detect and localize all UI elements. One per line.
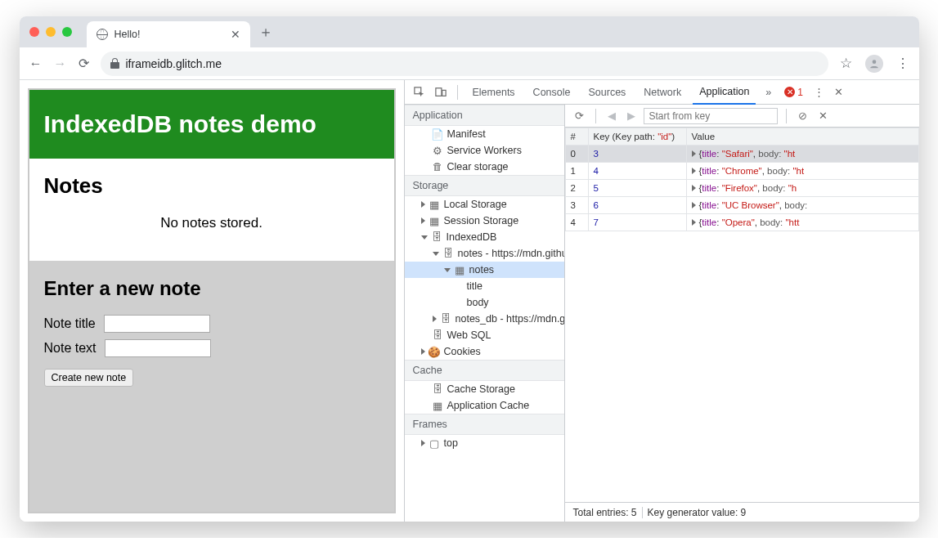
create-note-button[interactable]: Create new note bbox=[44, 369, 134, 387]
database-icon: 🗄 bbox=[433, 330, 443, 341]
tab-sources[interactable]: Sources bbox=[581, 80, 632, 105]
sidebar-item-application-cache[interactable]: ▦ Application Cache bbox=[405, 397, 564, 414]
sidebar-item-idb-index-title[interactable]: title bbox=[405, 278, 564, 294]
sidebar-item-local-storage[interactable]: ▦ Local Storage bbox=[405, 196, 564, 213]
address-bar[interactable]: iframeidb.glitch.me bbox=[101, 52, 828, 76]
idb-toolbar: ⟳ ◀ ▶ ⊘ ✕ bbox=[565, 105, 919, 128]
tab-network[interactable]: Network bbox=[637, 80, 688, 105]
section-application: Application bbox=[405, 105, 564, 126]
devtools-panel: Elements Console Sources Network Applica… bbox=[404, 80, 919, 522]
note-title-label: Note title bbox=[44, 316, 96, 331]
globe-icon bbox=[96, 29, 108, 40]
delete-selected-icon[interactable]: ✕ bbox=[815, 110, 831, 122]
sidebar-item-session-storage[interactable]: ▦ Session Storage bbox=[405, 213, 564, 229]
note-text-label: Note text bbox=[44, 341, 96, 356]
application-sidebar: Application 📄 Manifest ⚙ Service Workers… bbox=[405, 105, 565, 522]
sidebar-item-top-frame[interactable]: ▢ top bbox=[405, 435, 564, 451]
table-row[interactable]: 47{title: "Opera", body: "htt bbox=[565, 214, 918, 231]
close-tab-icon[interactable]: ✕ bbox=[231, 28, 240, 41]
new-tab-button[interactable]: ＋ bbox=[258, 22, 273, 42]
storage-icon: ▦ bbox=[433, 401, 443, 411]
clear-store-icon[interactable]: ⊘ bbox=[795, 110, 810, 122]
toolbar-right: ☆ ⋮ bbox=[840, 55, 909, 73]
window-close-button[interactable] bbox=[29, 27, 39, 37]
inspect-element-icon[interactable] bbox=[411, 87, 428, 98]
toolbar: ← → ⟳ iframeidb.glitch.me ☆ ⋮ bbox=[20, 47, 919, 80]
database-icon: 🗄 bbox=[443, 249, 454, 259]
devtools-tabbar: Elements Console Sources Network Applica… bbox=[405, 80, 919, 105]
page-viewport: IndexedDB notes demo Notes No notes stor… bbox=[20, 80, 404, 522]
tab-elements[interactable]: Elements bbox=[466, 80, 522, 105]
application-main: ⟳ ◀ ▶ ⊘ ✕ # bbox=[565, 105, 919, 522]
gear-icon: ⚙ bbox=[433, 146, 443, 156]
note-title-input[interactable] bbox=[104, 315, 210, 333]
svg-point-0 bbox=[872, 60, 876, 64]
sidebar-item-service-workers[interactable]: ⚙ Service Workers bbox=[405, 142, 564, 159]
table-row[interactable]: 36{title: "UC Browser", body: bbox=[565, 197, 918, 214]
idb-status-bar: Total entries: 5 Key generator value: 9 bbox=[565, 502, 919, 522]
table-icon: ▦ bbox=[455, 265, 465, 276]
table-row[interactable]: 14{title: "Chrome", body: "ht bbox=[565, 163, 918, 180]
col-index[interactable]: # bbox=[565, 128, 588, 146]
sidebar-item-indexeddb[interactable]: 🗄 IndexedDB bbox=[405, 229, 564, 245]
devtools-close-icon[interactable]: ✕ bbox=[832, 86, 846, 98]
tab-console[interactable]: Console bbox=[527, 80, 577, 105]
forward-button[interactable]: → bbox=[54, 56, 67, 71]
browser-window: Hello! ✕ ＋ ← → ⟳ iframeidb.glitch.me ☆ ⋮… bbox=[20, 16, 919, 522]
sidebar-item-cache-storage[interactable]: 🗄 Cache Storage bbox=[405, 381, 564, 397]
sidebar-item-idb-notesdb[interactable]: 🗄 notes_db - https://mdn.git bbox=[405, 311, 564, 327]
col-value[interactable]: Value bbox=[686, 128, 918, 146]
more-tabs-icon[interactable]: » bbox=[761, 87, 776, 98]
note-text-input[interactable] bbox=[105, 339, 211, 357]
new-note-section: Enter a new note Note title Note text Cr… bbox=[29, 261, 394, 512]
browser-tab[interactable]: Hello! ✕ bbox=[87, 21, 250, 47]
profile-avatar[interactable] bbox=[865, 55, 883, 73]
sidebar-item-manifest[interactable]: 📄 Manifest bbox=[405, 126, 564, 142]
sidebar-item-idb-index-body[interactable]: body bbox=[405, 294, 564, 311]
error-indicator[interactable]: ✕1 bbox=[781, 87, 806, 98]
notes-heading: Notes bbox=[44, 173, 379, 199]
prev-page-icon[interactable]: ◀ bbox=[604, 110, 619, 122]
tab-strip: Hello! ✕ ＋ bbox=[20, 16, 919, 47]
section-frames: Frames bbox=[405, 414, 564, 435]
device-toolbar-icon[interactable] bbox=[433, 87, 449, 98]
sidebar-item-clear-storage[interactable]: 🗑 Clear storage bbox=[405, 159, 564, 175]
lock-icon bbox=[110, 58, 119, 69]
idb-data-table: # Key (Key path: "id") Value 03{title: "… bbox=[565, 128, 919, 502]
devtools-menu-icon[interactable]: ⋮ bbox=[811, 86, 827, 98]
file-icon: 📄 bbox=[433, 129, 443, 140]
content-area: IndexedDB notes demo Notes No notes stor… bbox=[20, 80, 919, 522]
svg-rect-3 bbox=[442, 90, 445, 96]
browser-menu-icon[interactable]: ⋮ bbox=[896, 56, 909, 71]
reload-button[interactable]: ⟳ bbox=[79, 56, 89, 71]
back-button[interactable]: ← bbox=[29, 56, 43, 71]
frame-icon: ▢ bbox=[429, 438, 440, 449]
no-notes-text: No notes stored. bbox=[44, 210, 379, 246]
database-icon: 🗄 bbox=[433, 384, 443, 395]
col-key[interactable]: Key (Key path: "id") bbox=[588, 128, 686, 146]
page-frame: IndexedDB notes demo Notes No notes stor… bbox=[28, 88, 396, 513]
tab-application[interactable]: Application bbox=[693, 80, 756, 105]
window-minimize-button[interactable] bbox=[46, 27, 56, 37]
refresh-icon[interactable]: ⟳ bbox=[572, 110, 587, 122]
table-row[interactable]: 03{title: "Safari", body: "ht bbox=[565, 146, 918, 163]
section-cache: Cache bbox=[405, 360, 564, 381]
section-storage: Storage bbox=[405, 175, 564, 196]
trash-icon: 🗑 bbox=[433, 162, 443, 172]
traffic-lights bbox=[29, 27, 72, 37]
table-row[interactable]: 25{title: "Firefox", body: "h bbox=[565, 180, 918, 197]
page-title: IndexedDB notes demo bbox=[29, 90, 394, 159]
bookmark-star-icon[interactable]: ☆ bbox=[840, 55, 852, 72]
sidebar-item-websql[interactable]: 🗄 Web SQL bbox=[405, 327, 564, 343]
sidebar-item-idb-notes-store[interactable]: ▦ notes bbox=[405, 262, 564, 278]
status-total: Total entries: 5 bbox=[573, 507, 637, 518]
window-zoom-button[interactable] bbox=[62, 27, 72, 37]
sidebar-item-idb-notes-db[interactable]: 🗄 notes - https://mdn.github bbox=[405, 245, 564, 262]
storage-icon: ▦ bbox=[429, 199, 440, 210]
start-from-key-input[interactable] bbox=[644, 108, 778, 124]
tab-title: Hello! bbox=[114, 29, 141, 40]
sidebar-item-cookies[interactable]: 🍪 Cookies bbox=[405, 343, 564, 360]
next-page-icon[interactable]: ▶ bbox=[624, 110, 639, 122]
storage-icon: ▦ bbox=[429, 216, 440, 226]
cookie-icon: 🍪 bbox=[429, 347, 440, 357]
